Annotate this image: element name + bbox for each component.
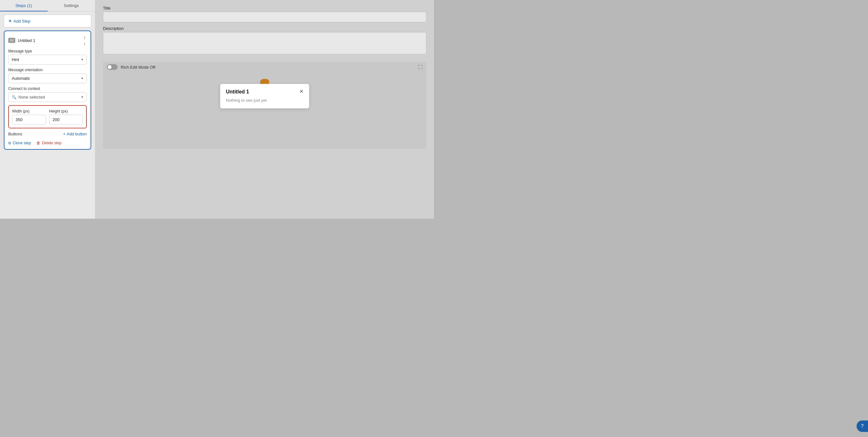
message-orientation-dropdown[interactable]: Automatic ▾ [8, 74, 87, 83]
tabs-bar: Steps (1) Settings [0, 0, 95, 11]
plus-icon: + [63, 132, 66, 136]
connect-context-label: Connect to context [8, 86, 87, 91]
description-label: Description [103, 26, 426, 31]
add-step-button[interactable]: + Add Step [4, 14, 91, 27]
chevron-down-icon: ▾ [81, 58, 83, 62]
buttons-label: Buttons [8, 132, 22, 136]
title-label: Title [103, 6, 426, 10]
add-button-link[interactable]: + Add button [63, 132, 87, 136]
tooltip-close-button[interactable]: ✕ [299, 89, 303, 94]
step-arrow-buttons: ↑ ↓ [83, 35, 87, 46]
tooltip-anchor: Untitled 1 ✕ Nothing to see just yet [220, 79, 309, 108]
move-up-button[interactable]: ↑ [83, 35, 87, 40]
width-input[interactable] [12, 115, 46, 124]
preview-area: Untitled 1 ✕ Nothing to see just yet [103, 72, 426, 149]
dimensions-box: Width (px) Height (px) [8, 105, 87, 128]
move-down-button[interactable]: ↓ [83, 41, 87, 46]
chevron-down-icon: ▾ [81, 76, 83, 80]
connect-context-group: Connect to context 🔍 None selected ▾ [8, 86, 87, 102]
tooltip-popup: Untitled 1 ✕ Nothing to see just yet [220, 84, 309, 108]
height-group: Height (px) [49, 109, 83, 124]
title-section: Title [103, 6, 426, 22]
step-type-icon [8, 38, 15, 43]
tooltip-popup-header: Untitled 1 ✕ [226, 89, 303, 95]
tab-steps[interactable]: Steps (1) [0, 0, 48, 11]
trash-icon: 🗑 [36, 141, 40, 145]
card-actions: ⧉ Clone step 🗑 Delete step [8, 141, 87, 145]
height-label: Height (px) [49, 109, 83, 113]
clone-icon: ⧉ [8, 141, 11, 145]
step-card: Untitled 1 ↑ ↓ Message type Hint ▾ Messa… [4, 30, 91, 150]
tooltip-popup-title: Untitled 1 [226, 89, 249, 95]
connect-context-dropdown[interactable]: 🔍 None selected ▾ [8, 92, 87, 102]
description-section: Description [103, 26, 426, 55]
description-textarea[interactable] [103, 32, 426, 54]
chevron-down-icon: ▾ [81, 95, 83, 99]
buttons-section: Buttons + Add button [8, 132, 87, 136]
width-label: Width (px) [12, 109, 46, 113]
tooltip-popup-body: Nothing to see just yet [226, 98, 303, 103]
tooltip-hat [260, 79, 269, 84]
app-layout: Steps (1) Settings + Add Step Untitled 1 [0, 0, 434, 218]
rich-edit-bar: Rich Edit Mode Off ⛶ [103, 62, 426, 72]
dimensions-row: Width (px) Height (px) [12, 109, 83, 124]
delete-step-button[interactable]: 🗑 Delete step [36, 141, 61, 145]
connect-context-placeholder: None selected [19, 95, 80, 99]
message-type-label: Message type [8, 49, 87, 53]
left-panel: Steps (1) Settings + Add Step Untitled 1 [0, 0, 95, 218]
rich-edit-left: Rich Edit Mode Off [107, 64, 155, 70]
tab-settings[interactable]: Settings [48, 0, 95, 11]
expand-icon[interactable]: ⛶ [418, 64, 423, 69]
height-input[interactable] [49, 115, 83, 124]
step-name-label: Untitled 1 [18, 38, 35, 43]
message-orientation-label: Message orientation [8, 68, 87, 72]
message-type-group: Message type Hint ▾ [8, 49, 87, 64]
title-input[interactable] [103, 12, 426, 22]
message-orientation-group: Message orientation Automatic ▾ [8, 68, 87, 83]
rich-edit-label: Rich Edit Mode Off [121, 65, 155, 69]
search-icon: 🔍 [12, 95, 17, 99]
plus-icon: + [8, 18, 11, 24]
clone-step-button[interactable]: ⧉ Clone step [8, 141, 31, 145]
step-title-row: Untitled 1 [8, 38, 35, 43]
step-card-header: Untitled 1 ↑ ↓ [8, 35, 87, 46]
rich-edit-toggle[interactable] [107, 64, 118, 70]
right-panel: Title Description Rich Edit Mode Off ⛶ U… [95, 0, 434, 218]
width-group: Width (px) [12, 109, 46, 124]
message-type-dropdown[interactable]: Hint ▾ [8, 55, 87, 64]
